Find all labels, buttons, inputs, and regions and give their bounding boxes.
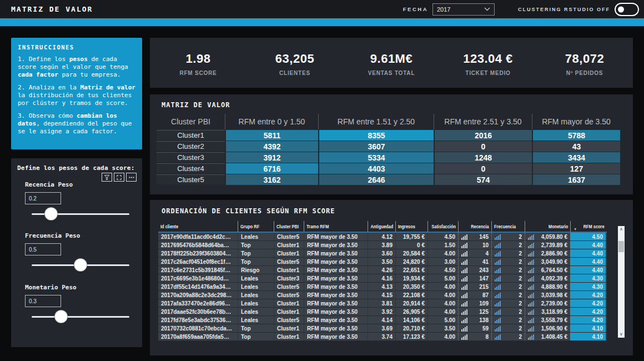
- focus-mode-icon[interactable]: [114, 173, 124, 182]
- orders-cell: 4.00: [427, 333, 458, 340]
- matrix-cell: 1248: [435, 152, 532, 163]
- orders-cell: 2,739.00 €: [525, 299, 570, 307]
- matrix-cell: 43: [533, 141, 620, 152]
- orders-cell: RFM mayor de 3.50: [304, 333, 368, 340]
- fecha-value: 2017: [437, 6, 484, 13]
- kpi-value: 63,205: [275, 52, 314, 66]
- monetario-chart-icon: [528, 317, 534, 323]
- orders-cell: RFM mayor de 3.50: [304, 291, 368, 299]
- slider-thumb[interactable]: [45, 208, 57, 220]
- orders-column-header[interactable]: Satisfacción: [427, 221, 458, 232]
- orders-cell: 4.20: [570, 299, 606, 307]
- orders-column-header[interactable]: Tramo RFM: [304, 221, 368, 232]
- orders-cell: 2017afa337470e2e86d96…: [158, 299, 238, 307]
- orders-cell: Leales: [238, 291, 274, 299]
- orders-column-header[interactable]: Monetario: [525, 221, 570, 232]
- recencia-chart-icon: [461, 250, 467, 257]
- orders-column-header[interactable]: Frecuencia: [491, 221, 525, 232]
- fecha-dropdown[interactable]: 2017: [432, 3, 495, 16]
- matrix-row: Cluster5316226465741637: [157, 174, 620, 185]
- weights-panel: Define los pesos de cada score: Recencia…: [11, 158, 142, 347]
- orders-cell: Top: [238, 324, 274, 332]
- orders-row[interactable]: 2017c26acf0451e0f8ec1f…TopCluster5RFM ma…: [158, 258, 607, 266]
- orders-cell: 22,108 €: [395, 291, 427, 299]
- orders-row[interactable]: 20170a209a88c2e3dc298…LealesCluster5RFM …: [158, 291, 607, 299]
- orders-cell: 4.20: [570, 291, 606, 299]
- orders-column-header[interactable]: Cluster PBI: [274, 221, 304, 232]
- orders-cell: 2: [491, 333, 525, 340]
- frecuencia-chart-icon: [495, 309, 501, 315]
- matrix-column-header: RFM entre 2.51 y 3.50: [434, 114, 532, 129]
- orders-cell: 4,888.90 €: [525, 283, 570, 290]
- frecuencia-weight-slider[interactable]: [32, 259, 129, 271]
- orders-row[interactable]: 2017c6695e3b1e48680d…LealesCluster3RFM m…: [158, 274, 607, 283]
- matrix-cell: 8355: [319, 130, 434, 141]
- orders-cell: Cluster1: [274, 324, 304, 332]
- matrix-row: Cluster15811835520165788: [157, 130, 620, 141]
- matrix-cell: 4392: [226, 141, 318, 152]
- orders-column-header[interactable]: Grupo RF: [238, 221, 274, 232]
- orders-row[interactable]: 2017e90dfa11acd0c4d2c…LealesCluster5RFM …: [158, 233, 607, 241]
- orders-cell: 4.26: [368, 266, 395, 274]
- recencia-weight-slider[interactable]: [32, 208, 129, 220]
- orders-row[interactable]: 2017afa337470e2e86d96…LealesCluster1RFM …: [158, 299, 607, 308]
- orders-cell: 3,039.98 €: [525, 291, 570, 299]
- orders-row[interactable]: 2017fd78e5e3abdc37536…LealesCluster5RFM …: [158, 316, 607, 324]
- frecuencia-chart-icon: [495, 292, 501, 298]
- orders-row[interactable]: 20178ff225b239f3603804…TopCluster1RFM ma…: [158, 249, 607, 258]
- filter-icon[interactable]: [102, 173, 112, 182]
- orders-cell: 24,820 €: [395, 258, 427, 265]
- orders-column-header[interactable]: Recencia: [458, 221, 491, 232]
- frecuencia-weight-input[interactable]: 0.5: [25, 243, 61, 255]
- orders-cell: 2: [491, 249, 525, 257]
- orders-cell: RFM mayor de 3.50: [304, 258, 368, 265]
- orders-row[interactable]: 2017daae52fc30b6ee78b…LealesCluster1RFM …: [158, 308, 607, 316]
- more-options-icon[interactable]: [126, 173, 137, 182]
- orders-cell: 2: [491, 324, 525, 332]
- orders-column-header[interactable]: Ingresos: [395, 221, 427, 232]
- orders-cell: 19,934 €: [395, 274, 427, 282]
- scroll-down-icon[interactable]: ∨: [620, 331, 623, 338]
- kpi-card: 1.98RFM SCORE: [150, 38, 246, 88]
- orders-cell: 2017c6695e3b1e48680d…: [158, 274, 238, 282]
- orders-cell: 2017fd78e5e3abdc37536…: [158, 316, 238, 324]
- clustering-toggle[interactable]: [615, 3, 639, 16]
- frecuencia-chart-icon: [495, 275, 501, 282]
- scrollbar-thumb[interactable]: [618, 241, 624, 252]
- orders-column-header[interactable]: ▼RFM score: [570, 221, 607, 232]
- monetario-weight-slider[interactable]: [32, 310, 129, 323]
- monetario-chart-icon: [528, 242, 534, 248]
- orders-row[interactable]: 20170a8f659aaa705fda5…TopCluster1RFM may…: [158, 333, 607, 341]
- orders-title: ORDENACIÓN DE CLIENTES SEGÚN RFM SCORE: [150, 200, 633, 215]
- monetario-chart-icon: [528, 259, 534, 265]
- recencia-weight-input[interactable]: 0.2: [25, 192, 61, 204]
- orders-row[interactable]: 2017c6e2731c5b391845f…RiesgoCluster1RFM …: [158, 266, 607, 274]
- slider-thumb[interactable]: [74, 259, 87, 271]
- matrix-column-header: RFM entre 0 y 1.50: [225, 114, 318, 129]
- monetario-chart-icon: [528, 300, 534, 307]
- orders-cell: 147: [458, 274, 491, 282]
- orders-row[interactable]: 20170732c0881c70ebcda…TopCluster1RFM may…: [158, 324, 607, 333]
- slider-thumb[interactable]: [55, 310, 67, 323]
- orders-cell: RFM mayor de 3.50: [304, 316, 368, 324]
- matrix-cell: 3434: [533, 152, 620, 163]
- orders-cell: 2: [491, 283, 525, 290]
- scroll-up-icon[interactable]: ∧: [620, 226, 623, 233]
- recencia-chart-icon: [461, 325, 467, 332]
- orders-column-header[interactable]: Id cliente: [158, 221, 238, 232]
- orders-row[interactable]: 2017695476b5848d64ba…TopCluster1RFM mayo…: [158, 241, 607, 249]
- orders-cell: 0 €: [395, 241, 427, 249]
- orders-cell: 4.00: [427, 308, 458, 315]
- orders-cell: 4.15: [368, 291, 395, 299]
- orders-column-header[interactable]: Antiguedad: [368, 221, 395, 232]
- monetario-chart-icon: [528, 309, 534, 315]
- table-scrollbar[interactable]: ∧ ∨: [618, 226, 625, 338]
- monetario-chart-icon: [528, 234, 534, 240]
- orders-row[interactable]: 2017df55c14d1476a9a34…LealesCluster5RFM …: [158, 283, 607, 291]
- orders-cell: 2: [491, 316, 525, 324]
- recencia-chart-icon: [461, 309, 467, 315]
- monetario-weight-input[interactable]: 0.3: [25, 295, 61, 307]
- orders-cell: 3.74: [368, 333, 395, 340]
- orders-cell: 3.50: [368, 258, 395, 265]
- kpi-card: 9.61M€VENTAS TOTAL: [343, 38, 440, 88]
